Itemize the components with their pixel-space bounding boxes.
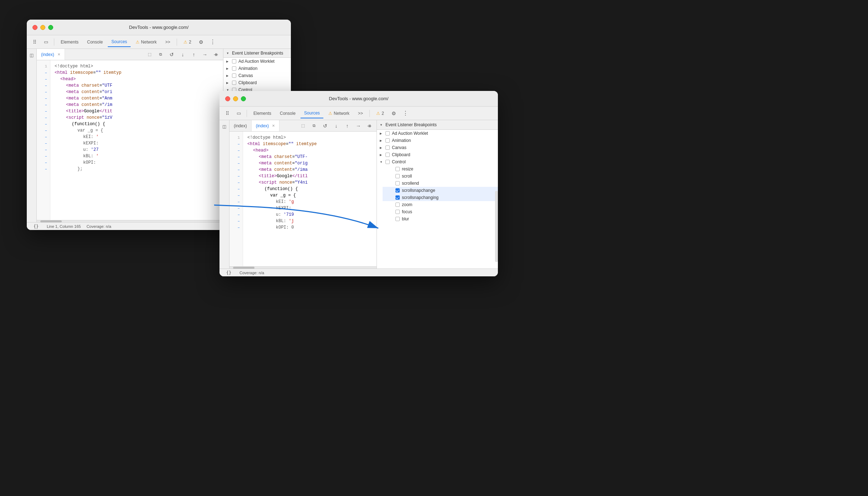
close-button-back[interactable] — [32, 25, 37, 30]
device-icon-front[interactable]: ▭ — [234, 108, 244, 118]
scroll-back[interactable] — [37, 220, 223, 222]
more-icon-back[interactable]: ⋮ — [208, 37, 218, 47]
cb-ad-auction-front[interactable] — [385, 131, 390, 135]
step-up-icon-front[interactable]: ↑ — [342, 121, 352, 131]
tab-elements-front[interactable]: Elements — [250, 108, 275, 118]
cb-focus-front[interactable] — [395, 210, 400, 214]
main-area-front: ◫ (index) (index) ✕ ⬚ ⧉ ↺ ↓ ↑ — [219, 120, 498, 269]
step-down-icon[interactable]: ↓ — [178, 50, 188, 60]
cb-control-front[interactable] — [385, 160, 390, 164]
cb-scrollsnapchanging-front[interactable] — [395, 195, 400, 200]
scroll-front[interactable] — [229, 266, 377, 269]
bp-ad-auction-back[interactable]: Ad Auction Worklet — [223, 58, 291, 65]
scroll-thumb-back[interactable] — [40, 220, 62, 223]
inspect-icon[interactable]: ⠿ — [30, 37, 40, 47]
warning-count-front[interactable]: ⚠ 2 — [373, 108, 388, 118]
cb-scrollsnapchange-front[interactable] — [395, 188, 400, 193]
sidebar-toggle-btn-back[interactable]: ◫ — [27, 50, 37, 60]
bp-canvas-back[interactable]: Canvas — [223, 72, 291, 79]
step-forward-icon[interactable]: → — [200, 50, 210, 60]
step-over-icon-front[interactable]: ↺ — [320, 121, 330, 131]
source-tab-index-back[interactable]: (index) ✕ — [37, 49, 65, 60]
step-over-icon[interactable]: ↺ — [167, 50, 177, 60]
open-file-icon-front[interactable]: ⬚ — [298, 121, 308, 131]
tab-network-back[interactable]: ⚠ Network — [132, 37, 160, 47]
step-forward-icon-front[interactable]: → — [353, 121, 363, 131]
device-icon[interactable]: ▭ — [41, 37, 51, 47]
cb-canvas[interactable] — [232, 73, 236, 78]
cb-resize-front[interactable] — [395, 167, 400, 171]
tab-sources-back[interactable]: Sources — [108, 37, 131, 47]
cb-animation[interactable] — [232, 66, 236, 71]
cb-animation-front[interactable] — [385, 138, 390, 143]
open-file-icon[interactable]: ⬚ — [145, 50, 155, 60]
cb-canvas-front[interactable] — [385, 145, 390, 150]
cb-ad-auction[interactable] — [232, 59, 236, 63]
minimize-button-front[interactable] — [233, 96, 238, 101]
maximize-button-front[interactable] — [241, 96, 246, 101]
tab-spacer — [65, 49, 142, 60]
right-scrollbar[interactable] — [495, 191, 498, 262]
bp-clipboard-back[interactable]: Clipboard — [223, 79, 291, 86]
bp-blur-front[interactable]: blur — [383, 215, 498, 223]
cb-clipboard-front[interactable] — [385, 153, 390, 157]
maximize-button-back[interactable] — [48, 25, 53, 30]
ln-f-d14: – — [229, 224, 243, 231]
step-up-icon[interactable]: ↑ — [189, 50, 199, 60]
code-line-f13: u: '719 — [247, 211, 377, 218]
column-layout-icon-front[interactable]: ⧉ — [309, 121, 319, 131]
code-lines-front[interactable]: <!doctype html> <html itemscope="" itemt… — [243, 132, 377, 266]
sidebar-toggle-front: ◫ — [219, 120, 229, 269]
cb-clipboard[interactable] — [232, 81, 236, 85]
source-tab-index-inactive-front[interactable]: (index) — [229, 120, 252, 131]
line-gutter-back: 1 – – – – – – – – – – – – – – – – — [37, 60, 50, 220]
scroll-thumb-front[interactable] — [233, 267, 254, 269]
no-pause-icon-front[interactable]: ⏸ — [364, 121, 374, 131]
bp-control-front[interactable]: Control — [377, 158, 498, 165]
bp-scrollend-front[interactable]: scrollend — [383, 180, 498, 187]
source-tab-close-back[interactable]: ✕ — [57, 52, 60, 56]
bp-focus-front[interactable]: focus — [383, 208, 498, 215]
bp-header-front[interactable]: Event Listener Breakpoints — [377, 120, 498, 130]
tab-elements-back[interactable]: Elements — [57, 37, 82, 47]
minimize-button-back[interactable] — [40, 25, 45, 30]
tab-console-front[interactable]: Console — [276, 108, 299, 118]
bp-canvas-front[interactable]: Canvas — [377, 144, 498, 151]
no-pause-icon[interactable]: ⏸ — [211, 50, 221, 60]
bp-animation-front[interactable]: Animation — [377, 137, 498, 144]
tab-console-back[interactable]: Console — [84, 37, 106, 47]
warning-count-back[interactable]: ⚠ 2 — [180, 37, 195, 47]
bp-scroll-front[interactable]: scroll — [383, 173, 498, 180]
code-line-5: <meta content="ori — [55, 89, 223, 95]
settings-icon-back[interactable]: ⚙ — [196, 37, 206, 47]
bp-resize-front[interactable]: resize — [383, 165, 498, 173]
source-tab-index-active-front[interactable]: (index) ✕ — [252, 120, 280, 131]
bp-ad-auction-front[interactable]: Ad Auction Worklet — [377, 130, 498, 137]
inspect-icon-front[interactable]: ⠿ — [222, 108, 232, 118]
code-lines-back[interactable]: <!doctype html> <html itemscope="" itemt… — [50, 60, 223, 220]
bp-zoom-front[interactable]: zoom — [383, 201, 498, 208]
settings-icon-front[interactable]: ⚙ — [389, 108, 399, 118]
bp-canvas-expand — [226, 74, 230, 77]
bp-scrollsnapchange-front[interactable]: scrollsnapchange — [383, 187, 498, 194]
column-layout-icon[interactable]: ⧉ — [156, 50, 166, 60]
tab-sources-front[interactable]: Sources — [301, 108, 323, 118]
close-button-front[interactable] — [225, 96, 230, 101]
bp-clipboard-front[interactable]: Clipboard — [377, 151, 498, 158]
console-icon-back[interactable]: {} — [31, 221, 41, 230]
tab-more-front[interactable]: >> — [354, 108, 367, 118]
sidebar-toggle-btn-front[interactable]: ◫ — [219, 122, 229, 132]
source-tab-close-front[interactable]: ✕ — [272, 124, 275, 128]
tab-more-back[interactable]: >> — [162, 37, 174, 47]
tab-network-front[interactable]: ⚠ Network — [325, 108, 353, 118]
cb-scrollend-front[interactable] — [395, 181, 400, 185]
cb-blur-front[interactable] — [395, 217, 400, 221]
console-icon-front[interactable]: {} — [224, 268, 234, 277]
bp-animation-back[interactable]: Animation — [223, 65, 291, 72]
cb-zoom-front[interactable] — [395, 203, 400, 207]
cb-scroll-front[interactable] — [395, 174, 400, 178]
bp-scrollsnapchanging-front[interactable]: scrollsnapchanging — [383, 194, 498, 201]
more-icon-front[interactable]: ⋮ — [400, 108, 410, 118]
step-down-icon-front[interactable]: ↓ — [331, 121, 341, 131]
bp-header-back[interactable]: Event Listener Breakpoints — [223, 49, 291, 58]
